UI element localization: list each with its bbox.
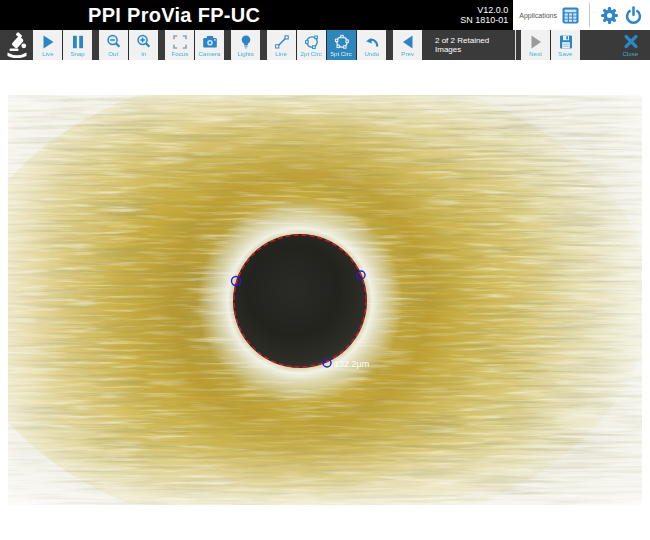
prev-group: Prev xyxy=(393,30,422,60)
applications-label: Applications xyxy=(519,12,557,19)
microscope-logo xyxy=(0,30,33,60)
specimen-image[interactable]: 132.2µm xyxy=(8,95,642,505)
line-tool-label: Line xyxy=(276,50,288,57)
line-tool-icon xyxy=(274,34,290,50)
header-divider xyxy=(589,3,590,27)
camera-icon xyxy=(202,34,218,50)
title-bar: PPI ProVia FP-UC V12.0.0 SN 1810-01 Appl… xyxy=(0,0,650,30)
app-title: PPI ProVia FP-UC xyxy=(88,4,260,27)
focus-brackets-icon xyxy=(172,34,188,50)
undo-button[interactable]: Undo xyxy=(357,30,386,60)
undo-label: Undo xyxy=(364,50,379,57)
serial-number: SN 1810-01 xyxy=(460,15,508,25)
capture-group: Live Snap xyxy=(33,30,92,60)
save-label: Save xyxy=(558,50,572,57)
camera-button[interactable]: Camera xyxy=(195,30,224,60)
close-x-icon xyxy=(622,34,640,50)
play-icon xyxy=(40,34,56,50)
zoom-in-icon xyxy=(136,34,152,50)
circle-5pt-icon xyxy=(334,34,350,50)
live-label: Live xyxy=(42,50,53,57)
next-image-button[interactable]: Next xyxy=(521,30,550,60)
focus-camera-group: Focus Camera xyxy=(165,30,224,60)
circle-5pt-button[interactable]: 5pt Circ xyxy=(327,30,356,60)
version-info: V12.0.0 SN 1810-01 xyxy=(460,5,513,25)
lights-button[interactable]: Lights xyxy=(231,30,260,60)
circle-2pt-button[interactable]: 2pt Circ xyxy=(297,30,326,60)
zoom-in-button[interactable]: In xyxy=(129,30,158,60)
toolbar-divider xyxy=(515,30,516,60)
save-disk-icon xyxy=(558,34,574,50)
apps-grid-icon xyxy=(562,7,579,24)
measure-group: Line 2pt Circ 5pt Circ xyxy=(267,30,386,60)
undo-icon xyxy=(364,34,380,50)
next-save-group: Next Save xyxy=(521,30,580,60)
next-arrow-icon xyxy=(528,34,544,50)
prev-image-button[interactable]: Prev xyxy=(393,30,422,60)
zoom-out-icon xyxy=(106,34,122,50)
circle-5pt-label: 5pt Circ xyxy=(331,50,352,57)
power-button[interactable] xyxy=(624,6,643,25)
circle-2pt-icon xyxy=(304,34,320,50)
zoom-out-label: Out xyxy=(109,50,119,57)
microscope-icon xyxy=(4,32,30,58)
version-number: V12.0.0 xyxy=(460,5,508,15)
toolbar: Live Snap Out In xyxy=(0,30,650,60)
zoom-group: Out In xyxy=(99,30,158,60)
close-button[interactable]: Close xyxy=(616,30,645,60)
zoom-in-label: In xyxy=(141,50,146,57)
zoom-out-button[interactable]: Out xyxy=(99,30,128,60)
light-bulb-icon xyxy=(238,34,254,50)
lights-group: Lights xyxy=(231,30,260,60)
retained-images-status: 2 of 2 Retained Images xyxy=(429,30,515,60)
prev-label: Prev xyxy=(401,50,414,57)
next-label: Next xyxy=(529,50,542,57)
lights-label: Lights xyxy=(237,50,253,57)
applications-button[interactable] xyxy=(562,7,579,24)
circle-2pt-label: 2pt Circ xyxy=(301,50,322,57)
snap-button[interactable]: Snap xyxy=(63,30,92,60)
pause-icon xyxy=(70,34,86,50)
focus-button[interactable]: Focus xyxy=(165,30,194,60)
camera-label: Camera xyxy=(199,50,221,57)
line-tool-button[interactable]: Line xyxy=(267,30,296,60)
settings-button[interactable] xyxy=(600,6,619,25)
save-button[interactable]: Save xyxy=(551,30,580,60)
prev-arrow-icon xyxy=(400,34,416,50)
power-icon xyxy=(624,6,643,25)
gear-icon xyxy=(600,6,619,25)
live-button[interactable]: Live xyxy=(33,30,62,60)
diameter-measurement-label: 132.2µm xyxy=(334,359,369,369)
snap-label: Snap xyxy=(70,50,84,57)
focus-label: Focus xyxy=(171,50,188,57)
viewer-area: 132.2µm xyxy=(0,60,650,540)
header-right-panel: Applications xyxy=(513,0,650,30)
close-label: Close xyxy=(623,50,639,57)
